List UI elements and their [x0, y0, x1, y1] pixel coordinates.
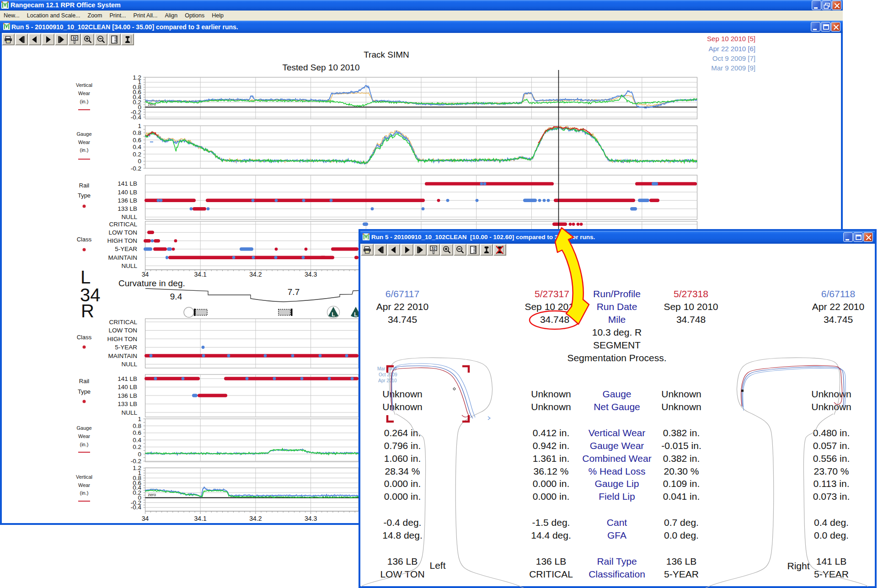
svg-text:0.057 in.: 0.057 in. [813, 440, 850, 451]
svg-text:Run Date: Run Date [597, 301, 637, 312]
svg-text:Apr 2010: Apr 2010 [378, 378, 397, 383]
svg-text:0.073 in.: 0.073 in. [813, 491, 850, 502]
svg-text:5/27317: 5/27317 [535, 289, 569, 299]
svg-text:5/27318: 5/27318 [674, 289, 708, 299]
svg-text:Unknown: Unknown [531, 401, 571, 412]
svg-text:Field Lip: Field Lip [599, 491, 635, 502]
svg-text:0.000 in.: 0.000 in. [384, 478, 421, 489]
svg-text:Left: Left [429, 560, 445, 571]
svg-text:Cant: Cant [607, 517, 627, 528]
svg-text:34.745: 34.745 [388, 314, 417, 325]
svg-text:SEGMENT: SEGMENT [593, 340, 641, 350]
svg-text:0.264 in.: 0.264 in. [384, 428, 421, 438]
svg-text:14.8 deg.: 14.8 deg. [382, 530, 423, 540]
svg-text:10.3 deg. R: 10.3 deg. R [592, 327, 642, 337]
svg-text:Mile: Mile [608, 314, 626, 325]
svg-text:% Head Loss: % Head Loss [589, 466, 646, 476]
svg-text:36.12 %: 36.12 % [533, 466, 568, 476]
svg-text:0.0 deg.: 0.0 deg. [664, 530, 699, 540]
svg-text:Combined Wear: Combined Wear [582, 453, 651, 464]
svg-text:0.113 in.: 0.113 in. [813, 478, 849, 489]
svg-text:0.000 in.: 0.000 in. [384, 491, 421, 502]
svg-text:0.000 in.: 0.000 in. [533, 491, 570, 502]
svg-text:Run/Profile: Run/Profile [593, 289, 641, 299]
svg-text:Unknown: Unknown [661, 401, 701, 412]
svg-text:Gauge Wear: Gauge Wear [590, 440, 644, 451]
svg-text:5-YEAR: 5-YEAR [814, 569, 849, 579]
svg-text:34.745: 34.745 [824, 314, 853, 325]
svg-text:0.109 in.: 0.109 in. [663, 478, 700, 489]
svg-text:Net Gauge: Net Gauge [594, 401, 640, 412]
svg-text:20.30 %: 20.30 % [664, 466, 699, 476]
svg-text:Unknown: Unknown [382, 401, 423, 412]
svg-text:14.4 deg.: 14.4 deg. [531, 530, 571, 540]
svg-text:-0.015 in.: -0.015 in. [661, 440, 701, 451]
svg-text:GFA: GFA [607, 530, 626, 540]
svg-text:136 LB: 136 LB [666, 556, 697, 567]
svg-text:0.796 in.: 0.796 in. [384, 440, 421, 451]
svg-text:Classification: Classification [589, 569, 645, 579]
svg-text:28.34 %: 28.34 % [385, 466, 420, 476]
svg-text:34.748: 34.748 [676, 314, 706, 325]
svg-text:34.748: 34.748 [540, 314, 569, 325]
svg-text:23.70 %: 23.70 % [814, 466, 849, 476]
svg-text:136 LB: 136 LB [387, 556, 418, 567]
svg-text:141 LB: 141 LB [816, 556, 847, 567]
svg-text:5-YEAR: 5-YEAR [664, 569, 699, 579]
svg-text:0.4 deg.: 0.4 deg. [814, 517, 849, 528]
svg-text:0.942 in.: 0.942 in. [533, 440, 570, 451]
svg-text:0.382 in.: 0.382 in. [663, 428, 700, 438]
svg-text:0.000 in.: 0.000 in. [533, 478, 570, 489]
svg-text:Apr 22 2010: Apr 22 2010 [376, 301, 428, 312]
svg-text:-1.5 deg.: -1.5 deg. [532, 517, 570, 528]
svg-text:Gauge Lip: Gauge Lip [595, 478, 639, 489]
svg-text:1.060 in.: 1.060 in. [384, 453, 421, 464]
svg-text:Unknown: Unknown [811, 401, 851, 412]
svg-text:0.556 in.: 0.556 in. [813, 453, 850, 464]
svg-text:0.412 in.: 0.412 in. [533, 428, 570, 438]
svg-text:Vertical Wear: Vertical Wear [589, 428, 646, 438]
svg-text:Unknown: Unknown [661, 389, 701, 399]
svg-text:Gauge: Gauge [602, 389, 631, 399]
svg-text:0.7 deg.: 0.7 deg. [664, 517, 699, 528]
svg-text:Unknown: Unknown [382, 389, 423, 399]
svg-text:Apr 22 2010: Apr 22 2010 [812, 301, 864, 312]
svg-text:Rail Type: Rail Type [597, 556, 637, 567]
svg-text:Segmentation Process.: Segmentation Process. [567, 353, 666, 363]
svg-text:0.382 in.: 0.382 in. [663, 453, 700, 464]
svg-text:0.0 deg.: 0.0 deg. [814, 530, 849, 540]
svg-text:0.480 in.: 0.480 in. [813, 428, 850, 438]
svg-text:Sep 10 2010: Sep 10 2010 [664, 301, 718, 312]
svg-text:136 LB: 136 LB [536, 556, 567, 567]
svg-text:-0.4 deg.: -0.4 deg. [384, 517, 422, 528]
svg-text:1.361 in.: 1.361 in. [533, 453, 570, 464]
svg-text:CRITICAL: CRITICAL [529, 569, 573, 579]
svg-text:Right: Right [787, 561, 809, 571]
svg-text:6/67118: 6/67118 [821, 289, 855, 299]
svg-text:Oct 2009: Oct 2009 [379, 372, 397, 377]
svg-text:0.041 in.: 0.041 in. [663, 491, 700, 502]
svg-text:Unknown: Unknown [531, 389, 571, 399]
svg-text:6/67117: 6/67117 [385, 289, 419, 299]
